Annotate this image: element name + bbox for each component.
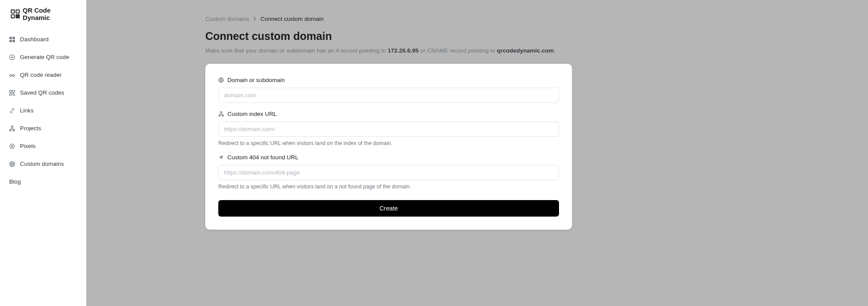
breadcrumb-link[interactable]: Custom domains [205,16,249,22]
svg-rect-18 [13,90,14,92]
svg-point-14 [10,74,11,76]
glasses-icon [9,72,15,78]
page-title: Connect custom domain [205,30,572,43]
nav-qr-reader[interactable]: QR code reader [0,66,86,84]
svg-rect-24 [13,130,15,131]
index-url-input[interactable] [218,122,559,137]
nav-label: Saved QR codes [20,89,64,96]
nav-pixels[interactable]: Pixels [0,137,86,155]
diagram-icon [9,125,15,132]
svg-rect-0 [11,10,14,13]
svg-rect-19 [10,93,11,95]
page-subtitle: Make sure that your domain or subdomain … [205,47,572,55]
nav-label: Pixels [20,143,36,149]
svg-rect-22 [11,126,13,127]
svg-rect-21 [14,94,15,95]
svg-rect-1 [16,10,19,13]
sitemap-icon [218,111,224,117]
nav-blog[interactable]: Blog [0,173,86,191]
nav-links[interactable]: Links [0,102,86,119]
svg-rect-8 [13,36,15,39]
breadcrumb-current: Connect custom domain [260,16,324,22]
nav-label: Custom domains [20,161,64,167]
svg-rect-4 [18,17,20,18]
svg-rect-6 [16,17,17,18]
domain-group: Domain or subdomain [218,77,559,103]
svg-rect-39 [222,115,224,116]
svg-rect-10 [13,39,15,42]
index-url-help: Redirect to a specific URL when visitors… [218,140,559,146]
plus-circle-icon [9,54,15,60]
create-button[interactable]: Create [218,200,559,217]
grid-icon [9,36,15,43]
nav-label: Dashboard [20,36,49,43]
nav-label: Generate QR code [20,54,69,60]
notfound-url-input[interactable] [218,165,559,180]
link-icon [9,108,15,114]
svg-point-29 [10,144,15,148]
logo[interactable]: QR Code Dynamic [0,0,86,28]
location-arrow-icon [218,155,224,160]
svg-rect-9 [10,39,12,42]
svg-rect-37 [220,112,222,112]
svg-rect-5 [18,15,20,16]
notfound-url-group: Custom 404 not found URL Redirect to a s… [218,154,559,190]
svg-rect-2 [11,15,14,18]
nav-saved-qr[interactable]: Saved QR codes [0,84,86,102]
nav-label: Projects [20,125,41,132]
nav-label: QR code reader [20,72,62,78]
qr-icon [9,90,15,96]
brand-name: QR Code Dynamic [23,7,76,21]
chevron-right-icon [253,16,257,22]
domain-input[interactable] [218,88,559,103]
nav-label: Links [20,107,34,114]
svg-rect-38 [219,115,220,116]
svg-rect-20 [13,93,13,94]
nav-dashboard[interactable]: Dashboard [0,30,86,48]
svg-point-15 [13,74,14,76]
index-url-group: Custom index URL Redirect to a specific … [218,111,559,146]
globe-icon [218,77,224,83]
main-content: Custom domains Connect custom domain Con… [86,0,868,306]
qr-logo-icon [10,9,20,19]
nav-custom-domains[interactable]: Custom domains [0,155,86,173]
notfound-url-help: Redirect to a specific URL when visitors… [218,184,559,190]
nav-projects[interactable]: Projects [0,119,86,137]
svg-rect-17 [10,90,11,92]
nav: Dashboard Generate QR code QR code reade… [0,28,86,193]
form-card: Domain or subdomain Custom index URL Red… [205,64,572,230]
svg-rect-3 [16,15,17,16]
domain-label: Domain or subdomain [218,77,559,83]
filter-icon [9,143,15,149]
svg-point-30 [11,145,13,147]
notfound-url-label: Custom 404 not found URL [218,154,559,161]
svg-rect-7 [10,36,12,39]
nav-generate-qr[interactable]: Generate QR code [0,48,86,66]
sidebar: QR Code Dynamic Dashboard Generate QR co… [0,0,86,306]
breadcrumb: Custom domains Connect custom domain [205,16,572,22]
index-url-label: Custom index URL [218,111,559,117]
svg-rect-23 [10,130,11,131]
nav-label: Blog [9,178,21,185]
globe-icon [9,161,15,167]
